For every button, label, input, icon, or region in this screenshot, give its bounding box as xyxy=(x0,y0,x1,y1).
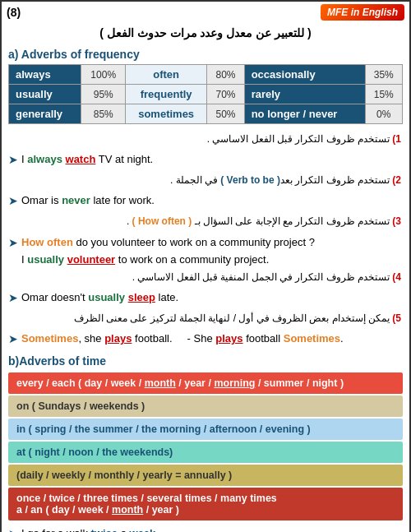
word-often: often xyxy=(126,65,207,85)
top-bar: (8) MFE in English xyxy=(2,2,409,23)
note-4: 4) تستخدم ظروف التكرار في الجمل المنفية … xyxy=(2,267,409,288)
pct-usually: 95% xyxy=(81,85,126,104)
pct-frequently: 70% xyxy=(207,85,244,104)
note-num-1: 1) xyxy=(392,133,401,145)
word-rarely: rarely xyxy=(244,85,365,104)
arrow-icon: ➤ xyxy=(8,192,18,210)
example-2: ➤ Omar is never late for work. xyxy=(2,191,409,211)
arrow-icon: ➤ xyxy=(8,289,18,307)
section-b-example-1-text: I go for a walk twice a week. xyxy=(21,525,159,532)
section-a-title: a) Adverbs of frequency xyxy=(2,44,409,64)
example-3-text: How often do you volunteer to work on a … xyxy=(21,234,403,251)
time-row-daily: (daily / weekly / monthly / yearly = ann… xyxy=(8,465,403,486)
example-1-text: I always watch TV at night. xyxy=(21,151,403,168)
note-num-4: 4) xyxy=(392,271,401,283)
example-4: ➤ Omar doesn't usually sleep late. xyxy=(2,288,409,308)
note-1: 1) تستخدم ظروف التكرار قبل الفعل الاساسي… xyxy=(2,129,409,150)
note-2: 2) تستخدم ظروف التكرار بعد( Verb to be )… xyxy=(2,170,409,191)
lesson-number: (8) xyxy=(7,6,21,19)
example-3: ➤ How often do you volunteer to work on … xyxy=(2,233,409,253)
word-occasionally: occasionally xyxy=(244,65,365,85)
pct-always: 100% xyxy=(81,65,126,85)
frequency-table: always 100% often 80% occasionally 35% u… xyxy=(8,64,403,124)
arrow-icon: ➤ xyxy=(8,525,18,532)
arrow-icon: ➤ xyxy=(8,151,18,169)
pct-often: 80% xyxy=(207,65,244,85)
main-title: ( للتعبير عن معدل وعدد مرات حدوث الفعل ) xyxy=(2,23,409,44)
word-usually: usually xyxy=(9,85,81,104)
table-row: usually 95% frequently 70% rarely 15% xyxy=(9,85,403,104)
arrow-icon: ➤ xyxy=(8,331,18,348)
example-1: ➤ I always watch TV at night. xyxy=(2,150,409,170)
example-3-answer: I usually volunteer to work on a communi… xyxy=(2,253,409,267)
table-row: always 100% often 80% occasionally 35% xyxy=(9,65,403,85)
time-row-in: in ( spring / the summer / the morning /… xyxy=(8,419,403,440)
note-num-5: 5) xyxy=(392,312,401,324)
time-row-at: at ( night / noon / the weekends) xyxy=(8,442,403,463)
section-b-title: b)Adverbs of time xyxy=(2,349,409,371)
example-5: ➤ Sometimes, she plays football. - She p… xyxy=(2,329,409,349)
pct-sometimes: 50% xyxy=(207,104,244,124)
word-sometimes: sometimes xyxy=(126,104,207,124)
example-2-text: Omar is never late for work. xyxy=(21,192,403,209)
time-row-every: every / each ( day / week / month / year… xyxy=(8,372,403,394)
section-b-example-1: ➤ I go for a walk twice a week. xyxy=(2,524,409,532)
pct-occasionally: 35% xyxy=(365,65,402,85)
time-row-once: once / twice / three times / several tim… xyxy=(8,488,403,520)
example-5-text: Sometimes, she plays football. - She pla… xyxy=(21,331,403,347)
arrow-icon: ➤ xyxy=(8,234,18,252)
word-generally: generally xyxy=(9,104,81,124)
pct-never: 0% xyxy=(365,104,402,124)
pct-generally: 85% xyxy=(81,104,126,124)
pct-rarely: 15% xyxy=(365,85,402,104)
note-5: 5) يمكن إستخدام بعض الظروف في أول / لنها… xyxy=(2,308,409,329)
word-frequently: frequently xyxy=(126,85,207,104)
note-3: 3) تستخدم ظروف التكرار مع الإجابة على ال… xyxy=(2,211,409,232)
brand-badge: MFE in English xyxy=(321,4,404,21)
note-num-3: 3) xyxy=(392,215,401,227)
table-row: generally 85% sometimes 50% no longer / … xyxy=(9,104,403,124)
time-row-on: on ( Sundays / weekends ) xyxy=(8,396,403,417)
example-4-text: Omar doesn't usually sleep late. xyxy=(21,289,403,306)
note-num-2: 2) xyxy=(392,174,401,186)
word-never: no longer / never xyxy=(244,104,365,124)
word-always: always xyxy=(9,65,81,85)
